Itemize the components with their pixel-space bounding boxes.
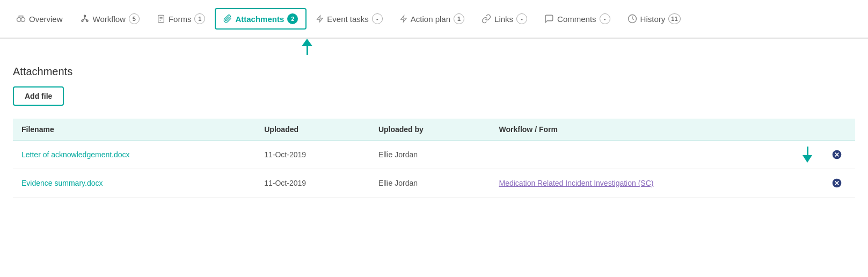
tab-event-tasks[interactable]: Event tasks-	[309, 9, 390, 28]
close-circle-icon	[831, 178, 842, 188]
tab-overview[interactable]: Overview	[9, 10, 70, 28]
tab-forms[interactable]: Forms1	[149, 9, 213, 28]
tab-bar: OverviewWorkflow5Forms1Attachments2Event…	[0, 0, 868, 39]
close-circle-icon	[831, 149, 842, 160]
tab-badge-forms: 1	[194, 13, 205, 24]
action-plan-icon	[400, 14, 407, 24]
col-header-uploaded_by: Uploaded by	[370, 119, 491, 141]
attachments-table: FilenameUploadedUploaded byWorkflow / Fo…	[13, 119, 855, 198]
svg-point-2	[84, 15, 85, 17]
content-area: Attachments Add file FilenameUploadedUpl…	[0, 55, 868, 208]
tab-label-links: Links	[494, 14, 513, 24]
tab-label-action-plan: Action plan	[411, 14, 450, 24]
svg-marker-13	[401, 16, 407, 22]
history-icon	[628, 14, 637, 24]
tab-badge-workflow: 5	[129, 13, 140, 24]
cell-filename[interactable]: Letter of acknowledgement.docx	[13, 141, 256, 169]
tab-label-overview: Overview	[29, 14, 63, 24]
tab-links[interactable]: Links-	[474, 9, 535, 28]
cell-uploaded-by: Ellie Jordan	[370, 141, 491, 169]
binoculars-icon	[16, 14, 26, 24]
table-row: Evidence summary.docx11-Oct-2019Ellie Jo…	[13, 169, 855, 198]
tab-badge-comments: -	[600, 13, 610, 24]
tab-label-attachments: Attachments	[235, 14, 284, 24]
active-tab-arrow-indicator	[302, 39, 312, 55]
col-header-uploaded: Uploaded	[256, 119, 370, 141]
section-title: Attachments	[13, 65, 855, 78]
col-header-filename: Filename	[13, 119, 256, 141]
cell-actions[interactable]	[823, 169, 855, 198]
svg-line-7	[85, 19, 87, 20]
cell-actions[interactable]	[823, 141, 855, 169]
row-arrow-indicator	[803, 147, 812, 163]
delete-row-button[interactable]	[831, 149, 842, 160]
add-file-button[interactable]: Add file	[13, 86, 64, 106]
tab-action-plan[interactable]: Action plan1	[392, 9, 472, 28]
cell-filename[interactable]: Evidence summary.docx	[13, 169, 256, 198]
tab-attachments[interactable]: Attachments2	[215, 8, 307, 30]
links-icon	[482, 14, 491, 24]
cell-uploaded: 11-Oct-2019	[256, 141, 370, 169]
tab-workflow[interactable]: Workflow5	[72, 9, 147, 28]
col-header-actions	[823, 119, 855, 141]
workflow-icon	[80, 14, 90, 24]
tab-history[interactable]: History11	[620, 9, 688, 28]
forms-icon	[157, 14, 165, 24]
cell-uploaded-by: Ellie Jordan	[370, 169, 491, 198]
svg-point-3	[82, 20, 83, 21]
paperclip-icon	[223, 14, 232, 24]
tab-comments[interactable]: Comments-	[537, 9, 618, 28]
delete-row-button[interactable]	[831, 178, 842, 188]
svg-point-0	[17, 18, 21, 22]
svg-marker-12	[317, 16, 323, 22]
tab-label-forms: Forms	[169, 14, 192, 24]
cell-workflow-form	[491, 141, 823, 169]
svg-line-6	[82, 19, 85, 20]
tab-badge-links: -	[516, 13, 527, 24]
svg-point-1	[21, 18, 25, 22]
tab-label-comments: Comments	[557, 14, 596, 24]
col-header-workflow_form: Workflow / Form	[491, 119, 823, 141]
table-header-row: FilenameUploadedUploaded byWorkflow / Fo…	[13, 119, 855, 141]
cell-workflow-form[interactable]: Medication Related Incident Investigatio…	[491, 169, 823, 198]
cell-uploaded: 11-Oct-2019	[256, 169, 370, 198]
tab-label-event-tasks: Event tasks	[327, 14, 369, 24]
tab-label-workflow: Workflow	[93, 14, 126, 24]
tab-label-history: History	[640, 14, 666, 24]
svg-point-4	[86, 20, 88, 21]
tab-badge-action-plan: 1	[454, 13, 464, 24]
table-row: Letter of acknowledgement.docx11-Oct-201…	[13, 141, 855, 169]
active-tab-arrow-row	[0, 39, 868, 55]
comments-icon	[544, 14, 554, 24]
tab-badge-event-tasks: -	[372, 13, 383, 24]
bolt-icon	[316, 14, 324, 24]
tab-badge-attachments: 2	[287, 13, 298, 24]
tab-badge-history: 11	[668, 13, 680, 24]
